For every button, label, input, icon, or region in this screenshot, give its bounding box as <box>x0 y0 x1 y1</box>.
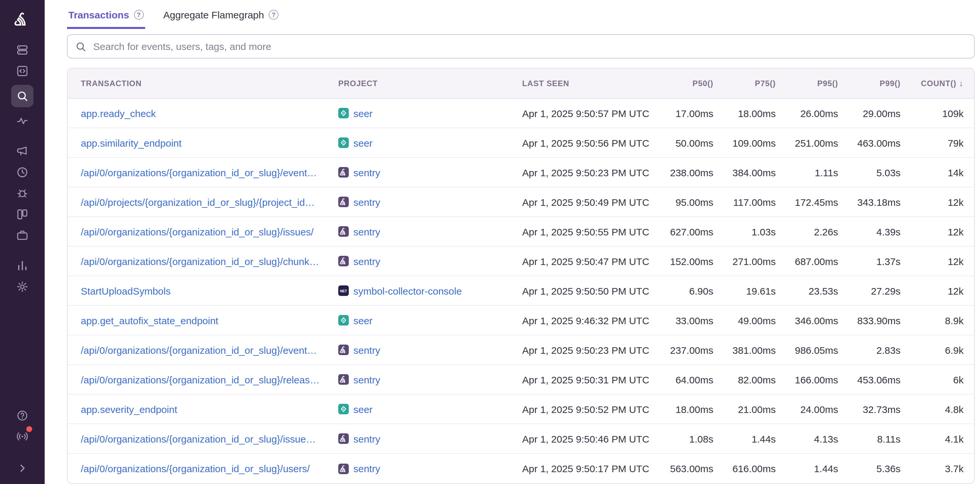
project-link[interactable]: sentry <box>353 463 380 474</box>
megaphone-icon <box>16 145 28 157</box>
transaction-link[interactable]: StartUploadSymbols <box>81 285 170 296</box>
p95-cell: 986.05ms <box>776 344 838 355</box>
transaction-link[interactable]: /api/0/organizations/{organization_id_or… <box>81 256 319 267</box>
table-header: TRANSACTION PROJECT LAST SEEN P50() P75(… <box>68 69 974 99</box>
tab-aggregate-flamegraph[interactable]: Aggregate Flamegraph ? <box>162 8 280 29</box>
project-link[interactable]: seer <box>353 403 372 415</box>
count-cell: 14k <box>900 167 974 178</box>
count-cell: 6k <box>900 374 974 385</box>
project-link[interactable]: sentry <box>353 167 380 178</box>
column-header-p99[interactable]: P99() <box>838 78 900 88</box>
transaction-link[interactable]: /api/0/projects/{organization_id_or_slug… <box>81 196 315 208</box>
p99-cell: 1.37s <box>838 256 900 267</box>
project-link[interactable]: sentry <box>353 344 380 355</box>
project-link[interactable]: sentry <box>353 196 380 208</box>
count-cell: 12k <box>900 285 974 296</box>
sentry-logo-button[interactable] <box>9 6 35 33</box>
sidebar-button-projects[interactable] <box>12 61 33 81</box>
table-row: /api/0/organizations/{organization_id_or… <box>68 158 974 187</box>
search-input[interactable] <box>92 40 966 53</box>
project-link[interactable]: sentry <box>353 256 380 267</box>
p99-cell: 453.06ms <box>838 374 900 385</box>
last-seen-cell: Apr 1, 2025 9:50:55 PM UTC <box>522 226 651 237</box>
sidebar-button-help[interactable] <box>12 405 33 426</box>
tab-transactions[interactable]: Transactions ? <box>67 8 145 29</box>
sentry-project-icon <box>338 374 349 385</box>
p99-cell: 2.83s <box>838 344 900 355</box>
tab-bar: Transactions ? Aggregate Flamegraph ? <box>67 8 975 29</box>
column-header-project[interactable]: PROJECT <box>338 78 522 88</box>
sidebar-group-secondary <box>12 141 33 246</box>
p75-cell: 616.00ms <box>713 463 776 474</box>
p50-cell: 627.00ms <box>651 226 713 237</box>
sidebar-button-explore[interactable] <box>11 85 33 107</box>
help-icon[interactable]: ? <box>134 10 143 20</box>
p99-cell: 29.00ms <box>838 107 900 119</box>
p99-cell: 32.73ms <box>838 403 900 415</box>
column-header-p75[interactable]: P75() <box>713 78 776 88</box>
column-header-p50[interactable]: P50() <box>651 78 713 88</box>
project-link[interactable]: sentry <box>353 374 380 385</box>
sentry-project-icon <box>338 345 349 355</box>
p50-cell: 6.90s <box>651 285 713 296</box>
sentry-project-icon <box>338 196 349 207</box>
transaction-link[interactable]: app.get_autofix_state_endpoint <box>81 315 218 326</box>
project-link[interactable]: seer <box>353 107 372 119</box>
transaction-link[interactable]: /api/0/organizations/{organization_id_or… <box>81 167 317 178</box>
p99-cell: 463.00ms <box>838 137 900 148</box>
sidebar-button-feedback[interactable] <box>12 141 33 162</box>
sidebar-button-whats-new[interactable] <box>12 426 33 447</box>
p75-cell: 21.00ms <box>713 403 776 415</box>
transaction-link[interactable]: app.similarity_endpoint <box>81 137 181 148</box>
count-cell: 79k <box>900 137 974 148</box>
transaction-link[interactable]: /api/0/organizations/{organization_id_or… <box>81 344 317 355</box>
table-row: /api/0/organizations/{organization_id_or… <box>68 424 974 454</box>
count-header-label: COUNT() <box>921 78 956 88</box>
project-link[interactable]: seer <box>353 137 372 148</box>
dotnet-project-icon: NET <box>338 285 349 296</box>
project-link[interactable]: symbol-collector-console <box>353 285 462 296</box>
sidebar-button-performance[interactable] <box>12 110 33 131</box>
transaction-link[interactable]: /api/0/organizations/{organization_id_or… <box>81 463 310 474</box>
p50-cell: 237.00ms <box>651 344 713 355</box>
sidebar-button-dashboards[interactable] <box>12 204 33 225</box>
transaction-link[interactable]: /api/0/organizations/{organization_id_or… <box>81 374 320 385</box>
p95-cell: 172.45ms <box>776 196 838 208</box>
sidebar-button-insights[interactable] <box>12 225 33 246</box>
app-window: Transactions ? Aggregate Flamegraph ? TR… <box>0 0 980 484</box>
column-header-last-seen[interactable]: LAST SEEN <box>522 78 651 88</box>
search-bar[interactable] <box>67 34 975 59</box>
project-link[interactable]: sentry <box>353 433 380 444</box>
last-seen-cell: Apr 1, 2025 9:46:32 PM UTC <box>522 315 651 326</box>
help-icon[interactable]: ? <box>269 10 278 20</box>
sidebar-button-issues[interactable] <box>12 40 33 61</box>
transaction-link[interactable]: /api/0/organizations/{organization_id_or… <box>81 226 313 237</box>
column-header-count[interactable]: COUNT() ↓ <box>900 78 974 88</box>
project-link[interactable]: seer <box>353 315 372 326</box>
p95-cell: 1.11s <box>776 167 838 178</box>
transaction-link[interactable]: app.ready_check <box>81 107 156 119</box>
p50-cell: 50.00ms <box>651 137 713 148</box>
sidebar-button-replays[interactable] <box>12 162 33 183</box>
transactions-table: TRANSACTION PROJECT LAST SEEN P50() P75(… <box>67 68 975 484</box>
p50-cell: 95.00ms <box>651 196 713 208</box>
sidebar-button-stats[interactable] <box>12 255 33 276</box>
p95-cell: 26.00ms <box>776 107 838 119</box>
sidebar-button-crons[interactable] <box>12 183 33 204</box>
p95-cell: 346.00ms <box>776 315 838 326</box>
transaction-link[interactable]: /api/0/organizations/{organization_id_or… <box>81 433 316 444</box>
last-seen-cell: Apr 1, 2025 9:50:57 PM UTC <box>522 107 651 119</box>
count-cell: 12k <box>900 196 974 208</box>
count-cell: 4.1k <box>900 433 974 444</box>
p95-cell: 687.00ms <box>776 256 838 267</box>
sidebar-expand-button[interactable] <box>12 458 33 479</box>
p75-cell: 18.00ms <box>713 107 776 119</box>
p75-cell: 384.00ms <box>713 167 776 178</box>
transaction-link[interactable]: app.severity_endpoint <box>81 403 177 415</box>
p50-cell: 563.00ms <box>651 463 713 474</box>
sidebar-button-settings[interactable] <box>12 276 33 297</box>
column-header-p95[interactable]: P95() <box>776 78 838 88</box>
seer-project-icon <box>338 108 349 118</box>
project-link[interactable]: sentry <box>353 226 380 237</box>
column-header-transaction[interactable]: TRANSACTION <box>68 78 338 88</box>
